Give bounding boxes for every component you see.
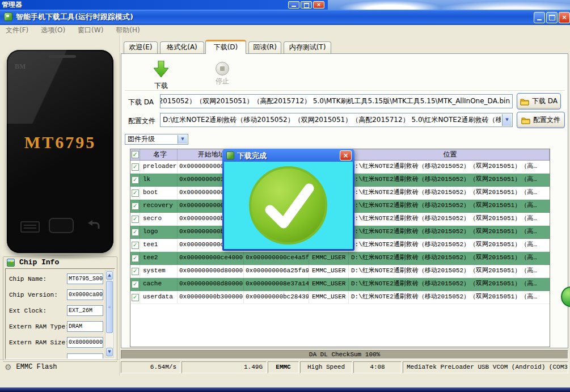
cell-name: boot [140,187,178,199]
cell-location: D:\红米NOTE2通刷救砖（移动2015052）（双网2015051）（高… [349,200,550,212]
cell-location: D:\红米NOTE2通刷救砖（移动2015052）（双网2015051）（高… [349,291,550,304]
phone-image: BM MT6795 [7,50,113,253]
check-icon: ✓ [133,216,137,222]
chip-info-title: Chip Info [19,258,59,267]
chip-field-label: Extern RAM Size: [9,339,69,346]
select-all-checkbox[interactable]: ✓ [132,151,139,158]
row-checkbox[interactable]: ✓ [132,281,139,288]
cell-start: 0x000000000d800000 [178,265,244,277]
status-usb-mode: High Speed [300,361,352,373]
cell-end: 0x00000000bc284393 [244,291,309,304]
chip-field-partial [67,353,103,359]
row-checkbox[interactable]: ✓ [132,163,139,171]
chip-field-value[interactable]: 0x0000ca00 [67,289,103,300]
check-icon: ✓ [133,229,137,235]
chip-field-value[interactable]: MT6795_S00 [67,273,103,284]
row-checkbox[interactable]: ✓ [132,176,139,184]
chip-field-value[interactable]: EXT_26M [67,305,103,316]
chip-field-label: Chip Version: [9,292,58,298]
row-checkbox[interactable]: ✓ [132,255,139,262]
table-row[interactable]: ✓ tee2 0x000000000ce40000 0x000000000ce4… [130,252,550,265]
cell-name: tee1 [140,239,178,251]
table-row[interactable]: ✓ userdata 0x00000000b3000000 0x00000000… [130,291,550,304]
cell-name: system [140,265,178,277]
tab[interactable]: 欢迎(E) [124,41,158,53]
row-checkbox[interactable]: ✓ [132,242,139,249]
cell-name: secro [140,213,178,225]
stop-button[interactable]: 停止 [211,61,234,86]
bg-close-button[interactable]: × [313,1,324,9]
window-title: 智能手机下载工具(运行时跟踪模式) [16,12,133,22]
download-complete-dialog: 下载完成 × [222,149,354,251]
check-icon: ✓ [133,164,137,170]
phone-home-button-icon [49,218,74,233]
success-check-icon [248,166,328,245]
cell-start: 0x000000000ce40000 [178,252,244,264]
download-button[interactable]: 下载 [150,61,172,91]
row-checkbox[interactable]: ✓ [132,268,139,275]
minimize-button[interactable] [534,12,545,23]
tab[interactable]: 格式化(A) [160,41,204,53]
app-icon [4,12,12,21]
status-device-port: MediaTek PreLoader USB VCOM (Android) (C… [403,361,568,373]
tab[interactable]: 回读(R) [248,41,281,53]
maximize-button[interactable] [546,12,558,23]
cell-end: 0x000000008e37a147 [244,278,309,290]
tab[interactable]: 内存测试(T) [284,41,331,53]
cell-location: D:\红米NOTE2通刷救砖（移动2015052）（双网2015051）（高… [349,265,550,277]
cell-region: EMMC_USER [309,252,349,264]
tab[interactable]: 下载(D) [205,40,246,54]
emmc-flash-row: ⚙ EMMC Flash [5,363,57,371]
cell-location: D:\红米NOTE2通刷救砖（移动2015052）（双网2015051）（高… [349,278,550,290]
table-row[interactable]: ✓ cache 0x000000008d800000 0x000000008e3… [130,278,550,291]
chip-field-label: Extern RAM Type: [9,323,69,330]
table-row[interactable]: ✓ system 0x000000000d800000 0x000000006a… [130,265,550,278]
stop-icon [216,62,229,75]
cell-region: EMMC_USER [309,278,349,290]
phone-back-arrow-icon [86,220,101,233]
cell-end: 0x000000000ce4a5ff [244,252,309,264]
dialog-close-icon[interactable]: × [340,150,352,161]
row-checkbox[interactable]: ✓ [132,216,139,223]
cell-name: logo [140,226,178,238]
menu-item[interactable]: 帮助(H) [116,26,140,35]
cell-location: D:\红米NOTE2通刷救砖（移动2015052）（双网2015051）（高… [349,213,550,225]
row-checkbox[interactable]: ✓ [132,203,139,210]
menu-item[interactable]: 窗口(W) [78,26,103,35]
header-name[interactable]: 名字 [140,149,178,160]
progress-bar: DA DL CheckSum 100% [121,350,568,359]
config-label: 配置文件 [128,116,155,126]
row-checkbox[interactable]: ✓ [132,229,139,236]
chevron-down-icon[interactable]: ▼ [502,114,512,126]
menu-item[interactable]: 选项(O) [41,26,65,35]
close-button[interactable]: × [559,12,570,23]
cell-name: lk [140,174,178,186]
chevron-down-icon[interactable]: ▼ [178,135,187,144]
chip-field-value[interactable]: DRAM [67,321,103,332]
cell-location: D:\红米NOTE2通刷救砖（移动2015052）（双网2015051）（高… [349,187,550,199]
bg-minimize-button[interactable] [288,1,299,9]
da-path-input[interactable]: 救砖（移动2015052）（双网2015051）（高配2015712） 5.0\… [160,94,513,108]
chip-info-icon [7,259,15,267]
config-path-combobox[interactable]: D:\红米NOTE2通刷救砖（移动2015052）（双网2015051）（高配2… [160,113,513,127]
bg-maximize-button[interactable] [301,1,312,9]
header-location[interactable]: 位置 [349,149,550,160]
chip-field-value[interactable]: 0x80000000 [67,337,103,348]
dialog-app-icon [226,151,234,159]
menu-item[interactable]: 文件(F) [6,26,28,35]
da-browse-button[interactable]: 下载 DA [517,93,561,109]
da-label: 下载 DA [128,98,154,107]
row-checkbox[interactable]: ✓ [132,294,139,301]
phone-speaker [49,55,76,58]
firmware-mode-combobox[interactable]: 固件升级 ▼ [125,134,188,145]
cell-name: userdata [140,291,178,304]
taskbar-edge [0,387,570,392]
config-browse-button[interactable]: 配置文件 [517,112,565,128]
chip-info-group: Chip Info ▲ ≡ ▼ Chip Name: MT6795_S00 Ch… [3,256,117,362]
gear-icon: ⚙ [5,363,12,371]
phone-chip-label: MT6795 [7,133,113,152]
check-icon: ✓ [133,268,137,275]
cell-location: D:\红米NOTE2通刷救砖（移动2015052）（双网2015051）（高… [349,174,550,186]
chip-field-label: Chip Name: [9,276,47,283]
row-checkbox[interactable]: ✓ [132,189,139,197]
